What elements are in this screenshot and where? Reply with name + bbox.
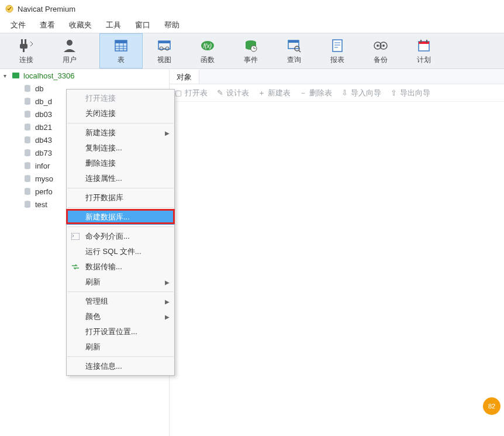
menu-tools[interactable]: 工具	[99, 18, 128, 33]
chevron-down-icon: ▾	[4, 73, 12, 79]
context-menu-label: 打开设置位置...	[85, 327, 137, 337]
context-menu-item[interactable]: 管理组▶	[67, 294, 174, 309]
svg-text:f(x): f(x)	[203, 43, 212, 49]
context-menu-label: 删除连接	[85, 158, 116, 169]
event-icon	[243, 37, 259, 54]
context-menu-label: 运行 SQL 文件...	[85, 246, 141, 257]
calendar-icon	[416, 37, 432, 54]
context-menu-label: 复制连接...	[85, 143, 122, 153]
context-menu-label: 刷新	[85, 342, 101, 352]
context-menu-item[interactable]: 打开设置位置...	[67, 324, 174, 339]
tool-function-label: 函数	[201, 55, 215, 65]
context-menu-label: 关闭连接	[85, 108, 116, 119]
database-icon	[23, 162, 33, 170]
query-icon	[286, 37, 302, 54]
subbtn-import-wizard[interactable]: ⇩ 导入向导	[340, 88, 381, 98]
menu-fav[interactable]: 收藏夹	[62, 18, 99, 33]
menu-window[interactable]: 窗口	[128, 18, 157, 33]
svg-point-14	[160, 47, 163, 50]
svg-rect-4	[23, 49, 25, 52]
toolbar: 连接 用户 表 视图 f(x) 函数 事件 查询	[0, 33, 504, 69]
tool-query[interactable]: 查询	[272, 33, 316, 68]
context-menu-item[interactable]: 颜色▶	[67, 309, 174, 324]
tool-report[interactable]: 报表	[316, 33, 359, 68]
context-menu-item[interactable]: 刷新▶	[67, 274, 174, 290]
menu-view[interactable]: 查看	[33, 18, 62, 33]
server-icon	[12, 71, 21, 80]
app-icon	[5, 4, 14, 13]
subbtn-label: 打开表	[185, 88, 208, 98]
tool-backup[interactable]: 备份	[359, 33, 402, 68]
context-menu-label: 管理组	[85, 296, 108, 307]
tree-db-label: db_d	[35, 97, 52, 106]
tool-table[interactable]: 表	[99, 33, 143, 68]
tree-db-label: test	[35, 200, 47, 209]
context-menu-item[interactable]: 数据传输...	[67, 259, 174, 274]
svg-rect-13	[158, 41, 170, 43]
subbtn-design-table[interactable]: ✎ 设计表	[216, 88, 249, 98]
tool-view-label: 视图	[157, 55, 171, 65]
main-area: 对象 ▢ 打开表 ✎ 设计表 ＋ 新建表 － 删除表 ⇩ 导入向导	[170, 69, 504, 436]
database-icon	[23, 174, 33, 183]
tool-user[interactable]: 用户	[48, 33, 91, 68]
context-menu-item[interactable]: 新建连接▶	[67, 125, 174, 140]
tool-schedule-label: 计划	[417, 55, 431, 65]
menu-file[interactable]: 文件	[4, 18, 33, 33]
menu-separator	[67, 188, 174, 188]
subbtn-new-table[interactable]: ＋ 新建表	[257, 88, 291, 98]
tab-row: 对象	[170, 69, 504, 84]
subbtn-label: 导出向导	[400, 88, 430, 98]
context-menu-item[interactable]: 刷新	[67, 339, 174, 355]
tree-db-label: db	[35, 84, 43, 93]
view-icon	[156, 37, 172, 54]
tool-view[interactable]: 视图	[143, 33, 186, 68]
import-icon: ⇩	[340, 89, 348, 97]
subbtn-export-wizard[interactable]: ⇧ 导出向导	[389, 88, 430, 98]
backup-icon	[372, 37, 389, 54]
context-menu: 打开连接关闭连接新建连接▶复制连接...删除连接连接属性...打开数据库新建数据…	[66, 89, 175, 376]
plus-icon: ＋	[257, 89, 265, 97]
tool-connect[interactable]: 连接	[5, 33, 48, 68]
context-menu-item[interactable]: 关闭连接	[67, 106, 174, 121]
subbtn-open-table[interactable]: ▢ 打开表	[174, 88, 208, 98]
context-menu-item[interactable]: 删除连接	[67, 156, 174, 171]
database-icon	[23, 97, 33, 105]
context-menu-item[interactable]: 运行 SQL 文件...	[67, 244, 174, 259]
svg-point-5	[67, 40, 73, 46]
tool-backup-label: 备份	[374, 55, 388, 65]
subbtn-label: 新建表	[268, 88, 291, 98]
chevron-right-icon: ▶	[165, 314, 170, 320]
context-menu-item[interactable]: 复制连接...	[67, 140, 174, 156]
context-menu-item[interactable]: 新建数据库...	[67, 210, 174, 225]
subbtn-label: 删除表	[309, 88, 332, 98]
context-menu-item[interactable]: 命令列介面...	[67, 229, 174, 244]
tree-db-label: db43	[35, 136, 52, 145]
tool-report-label: 报表	[330, 55, 344, 65]
open-icon: ▢	[174, 89, 182, 97]
plug-icon	[18, 37, 34, 54]
context-menu-label: 命令列介面...	[85, 231, 130, 242]
function-icon: f(x)	[199, 37, 216, 54]
svg-rect-50	[71, 233, 80, 240]
tool-function[interactable]: f(x) 函数	[186, 33, 229, 68]
tree-db-label: db03	[35, 110, 52, 119]
context-menu-item[interactable]: 连接属性...	[67, 171, 174, 186]
transfer-icon	[70, 262, 81, 272]
tool-schedule[interactable]: 计划	[402, 33, 446, 68]
tool-event-label: 事件	[244, 55, 258, 65]
tool-user-label: 用户	[63, 55, 77, 65]
table-icon	[113, 37, 129, 54]
menu-separator	[67, 123, 174, 123]
menu-help[interactable]: 帮助	[157, 18, 187, 33]
tab-objects[interactable]: 对象	[170, 69, 199, 84]
svg-line-26	[299, 50, 301, 52]
svg-rect-24	[288, 40, 299, 43]
subbtn-delete-table[interactable]: － 删除表	[299, 88, 332, 98]
tool-event[interactable]: 事件	[229, 33, 272, 68]
tab-label: 对象	[177, 72, 192, 83]
badge[interactable]: 82	[483, 397, 500, 415]
context-menu-item[interactable]: 打开数据库	[67, 190, 174, 205]
tree-root-label: localhost_3306	[23, 71, 74, 80]
tree-root[interactable]: ▾ localhost_3306	[0, 69, 169, 82]
context-menu-item[interactable]: 连接信息...	[67, 359, 174, 374]
